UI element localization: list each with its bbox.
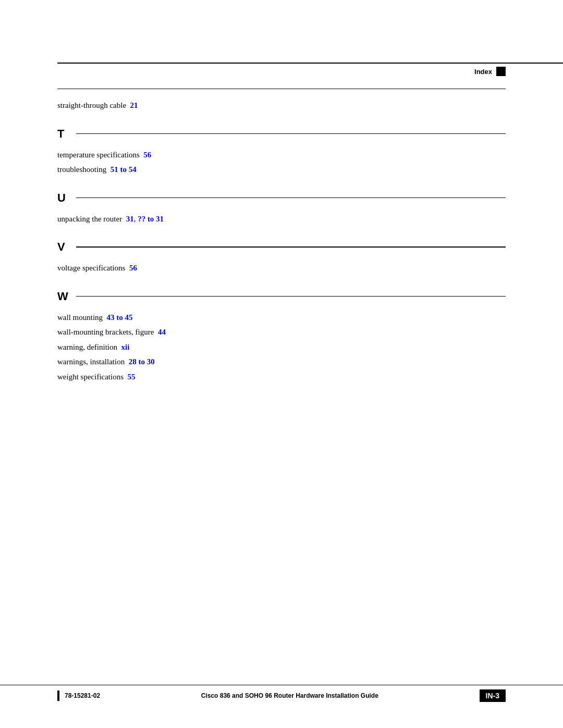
page-link-voltage-56[interactable]: 56 <box>129 264 137 272</box>
section-header-V: V <box>57 240 506 254</box>
s-separator-rule <box>57 89 506 89</box>
entry-wall-mounting-brackets: wall-mounting brackets, figure 44 <box>57 326 506 338</box>
section-V: V voltage specifications 56 <box>57 240 506 274</box>
header-black-square <box>496 67 506 76</box>
page-link-weight-55[interactable]: 55 <box>128 373 136 381</box>
page-link-unpack-31[interactable]: 31 <box>126 215 134 223</box>
section-letter-T: T <box>57 127 70 141</box>
section-letter-W: W <box>57 290 70 303</box>
footer-doc-number: 78-15281-02 <box>65 692 100 699</box>
section-S: straight-through cable 21 <box>57 89 506 112</box>
entry-unpacking-router: unpacking the router 31, ?? to 31 <box>57 213 506 225</box>
section-U: U unpacking the router 31, ?? to 31 <box>57 191 506 225</box>
entry-text-straight-through-cable: straight-through cable <box>57 101 130 109</box>
entry-weight-specifications: weight specifications 55 <box>57 371 506 383</box>
page-link-wall-brackets-44[interactable]: 44 <box>158 328 166 336</box>
entry-troubleshooting: troubleshooting 51 to 54 <box>57 164 506 176</box>
page-link-temp-56[interactable]: 56 <box>143 151 151 159</box>
entry-warnings-installation: warnings, installation 28 to 30 <box>57 356 506 368</box>
section-rule-T <box>76 133 506 134</box>
footer-area: 78-15281-02 Cisco 836 and SOHO 96 Router… <box>0 685 563 702</box>
entry-text-wall-mounting-brackets: wall-mounting brackets, figure <box>57 328 158 336</box>
footer-page-badge: IN-3 <box>480 689 506 702</box>
section-rule-V <box>76 246 506 248</box>
entry-text-wall-mounting: wall mounting <box>57 313 107 322</box>
u-entries: unpacking the router 31, ?? to 31 <box>57 213 506 225</box>
section-W: W wall mounting 43 to 45 wall-mounting b… <box>57 290 506 383</box>
w-entries: wall mounting 43 to 45 wall-mounting bra… <box>57 312 506 383</box>
entry-text-voltage-specifications: voltage specifications <box>57 264 129 272</box>
v-entries: voltage specifications 56 <box>57 262 506 274</box>
footer-left: 78-15281-02 <box>57 690 100 701</box>
entry-straight-through-cable: straight-through cable 21 <box>57 100 506 112</box>
entry-temperature-specifications: temperature specifications 56 <box>57 149 506 161</box>
entry-text-weight-specifications: weight specifications <box>57 373 128 381</box>
entry-warning-definition: warning, definition xii <box>57 341 506 353</box>
footer-title: Cisco 836 and SOHO 96 Router Hardware In… <box>100 692 479 699</box>
top-bar <box>57 63 563 64</box>
page-container: Index straight-through cable 21 T temper… <box>0 0 563 728</box>
entry-text-temperature-specifications: temperature specifications <box>57 151 143 159</box>
footer-left-bar <box>57 690 59 701</box>
section-rule-U <box>76 198 506 199</box>
footer-right: IN-3 <box>480 689 506 702</box>
t-entries: temperature specifications 56 troublesho… <box>57 149 506 176</box>
page-link-wall-mounting-43-45[interactable]: 43 to 45 <box>107 313 133 322</box>
section-header-U: U <box>57 191 506 205</box>
section-letter-V: V <box>57 240 70 254</box>
section-rule-W <box>76 296 506 297</box>
section-T: T temperature specifications 56 troubles… <box>57 127 506 176</box>
content-area: straight-through cable 21 T temperature … <box>57 89 506 665</box>
header-area: Index <box>474 67 506 76</box>
section-header-W: W <box>57 290 506 303</box>
entry-text-unpacking-router: unpacking the router <box>57 215 126 223</box>
entry-text-warning-definition: warning, definition <box>57 343 121 351</box>
header-index-label: Index <box>474 68 492 76</box>
entry-voltage-specifications: voltage specifications 56 <box>57 262 506 274</box>
page-link-unpack-31-range[interactable]: ?? to 31 <box>138 215 164 223</box>
page-link-trouble-51-54[interactable]: 51 to 54 <box>111 165 137 174</box>
footer-rule <box>0 685 563 686</box>
page-link-warnings-28-30[interactable]: 28 to 30 <box>129 357 155 366</box>
page-link-warning-xii[interactable]: xii <box>121 343 129 351</box>
s-entries: straight-through cable 21 <box>57 100 506 112</box>
section-letter-U: U <box>57 191 70 205</box>
entry-text-comma: , <box>134 215 138 223</box>
entry-text-troubleshooting: troubleshooting <box>57 165 111 174</box>
entry-text-warnings-installation: warnings, installation <box>57 357 129 366</box>
section-header-T: T <box>57 127 506 141</box>
footer-content: 78-15281-02 Cisco 836 and SOHO 96 Router… <box>0 689 563 702</box>
page-link-21[interactable]: 21 <box>130 101 138 109</box>
entry-wall-mounting: wall mounting 43 to 45 <box>57 312 506 324</box>
